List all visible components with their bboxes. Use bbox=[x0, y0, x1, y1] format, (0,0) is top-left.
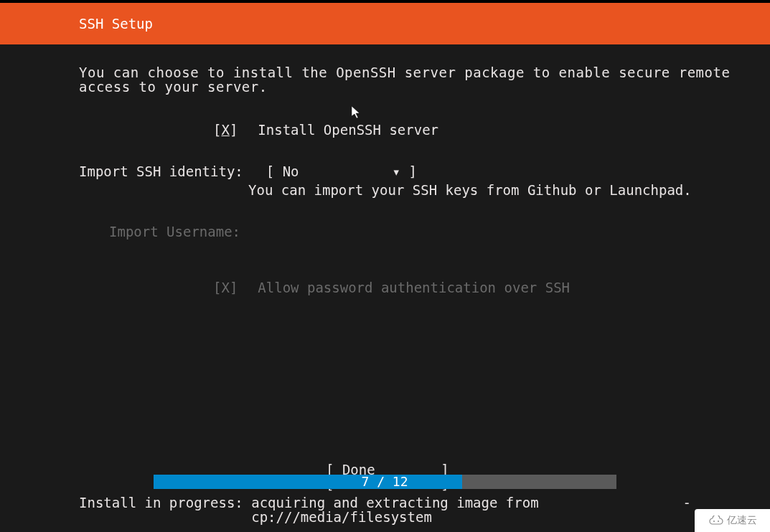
svg-point-1 bbox=[718, 521, 719, 522]
allow-password-label: Allow password authentication over SSH bbox=[258, 280, 570, 295]
status-bar: Install in progress: acquiring and extra… bbox=[79, 496, 698, 525]
progress-filled: 7 / 12 bbox=[154, 475, 462, 489]
allow-password-row: [X] Allow password authentication over S… bbox=[213, 280, 770, 295]
import-identity-dropdown[interactable]: [ No▾ ] bbox=[266, 163, 417, 179]
description-text: You can choose to install the OpenSSH se… bbox=[79, 66, 770, 95]
install-openssh-checkbox[interactable]: [X] bbox=[213, 122, 238, 138]
svg-point-0 bbox=[713, 521, 715, 522]
cloud-icon bbox=[708, 516, 724, 526]
progress-text: 7 / 12 bbox=[154, 475, 616, 489]
chevron-down-icon: ▾ bbox=[393, 163, 400, 179]
allow-password-checkbox: [X] bbox=[213, 280, 238, 295]
progress-bar: 7 / 12 bbox=[0, 475, 770, 489]
header-bar: SSH Setup bbox=[0, 3, 770, 44]
spinner-icon: - bbox=[683, 496, 691, 510]
watermark: 亿速云 bbox=[695, 509, 770, 532]
import-username-label: Import Username: bbox=[109, 224, 240, 239]
install-openssh-row[interactable]: [X] Install OpenSSH server bbox=[79, 122, 770, 138]
page-title: SSH Setup bbox=[79, 16, 153, 32]
import-username-row: Import Username: bbox=[109, 224, 770, 239]
import-identity-label: Import SSH identity: bbox=[79, 163, 243, 179]
install-openssh-label: Install OpenSSH server bbox=[258, 122, 438, 138]
import-identity-hint: You can import your SSH keys from Github… bbox=[248, 182, 770, 198]
